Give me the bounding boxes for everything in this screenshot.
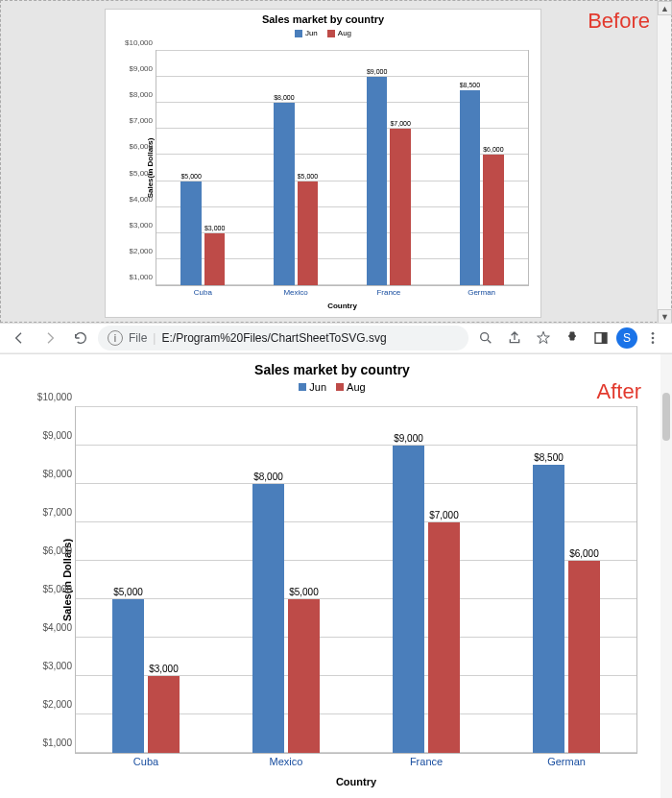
forward-button[interactable] — [36, 325, 63, 351]
gridline — [76, 445, 636, 446]
y-tick-label: $2,000 — [130, 246, 156, 254]
y-tick-label: $7,000 — [130, 116, 156, 125]
svg-rect-2 — [602, 333, 607, 344]
legend-swatch-icon — [295, 30, 302, 37]
bar: $5,000 — [180, 181, 201, 285]
y-tick-label: $4,000 — [130, 194, 156, 203]
star-icon — [536, 330, 551, 346]
scrollbar-thumb[interactable] — [662, 393, 670, 441]
data-label: $5,000 — [113, 587, 143, 599]
data-label: $6,000 — [483, 146, 503, 155]
toolbar-right: S — [472, 325, 666, 351]
data-label: $3,000 — [149, 664, 179, 676]
svg-point-4 — [652, 337, 655, 340]
address-bar[interactable]: i File | E:/Program%20Files/ChartSheetTo… — [98, 326, 468, 351]
legend-swatch-icon — [336, 383, 344, 391]
y-tick-label: $5,000 — [42, 584, 76, 594]
y-tick-label: $10,000 — [125, 38, 156, 47]
y-tick-label: $8,000 — [42, 469, 76, 479]
scroll-down-icon[interactable]: ▼ — [658, 309, 672, 324]
y-tick-label: $6,000 — [130, 142, 156, 151]
y-tick-label: $1,000 — [130, 273, 156, 281]
bar: $5,000 — [298, 181, 318, 285]
bar: $6,000 — [483, 155, 503, 285]
bar: $8,000 — [252, 484, 283, 753]
browser-toolbar: i File | E:/Program%20Files/ChartSheetTo… — [0, 323, 672, 353]
scrollbar-vertical[interactable] — [660, 354, 672, 798]
data-label: $3,000 — [204, 225, 225, 233]
data-label: $9,000 — [367, 68, 387, 77]
after-panel: After Sales market by country Jun Aug Sa… — [0, 353, 672, 798]
data-label: $5,000 — [180, 173, 201, 181]
x-tick-label: Cuba — [194, 285, 212, 297]
data-label: $8,000 — [274, 94, 294, 103]
x-tick-label: Cuba — [133, 753, 158, 767]
reload-button[interactable] — [67, 325, 94, 351]
share-button[interactable] — [501, 325, 528, 351]
bar: $9,000 — [367, 77, 387, 285]
legend-item-jun: Jun — [295, 29, 318, 37]
legend-item-aug: Aug — [327, 29, 351, 37]
data-label: $8,500 — [534, 452, 564, 465]
panel-icon — [593, 330, 609, 346]
data-label: $5,000 — [298, 173, 318, 181]
svg-point-5 — [652, 341, 655, 344]
gridline — [156, 76, 528, 77]
legend-swatch-icon — [327, 30, 335, 37]
chart-after: After Sales market by country Jun Aug Sa… — [12, 358, 653, 794]
bar: $8,000 — [274, 103, 294, 285]
svg-point-3 — [652, 332, 655, 335]
gridline — [156, 50, 528, 51]
legend-item-aug: Aug — [336, 381, 366, 393]
extensions-button[interactable] — [559, 325, 586, 351]
data-label: $7,000 — [429, 510, 459, 522]
bar: $5,000 — [112, 599, 143, 753]
y-tick-label: $8,000 — [130, 90, 156, 99]
svg-point-0 — [481, 333, 489, 341]
bar: $6,000 — [568, 561, 599, 753]
url-prefix: File — [129, 331, 147, 345]
legend-swatch-icon — [299, 383, 306, 391]
magnifier-icon — [478, 330, 493, 346]
scroll-up-icon[interactable]: ▲ — [658, 1, 672, 15]
url-pipe: | — [153, 331, 156, 345]
profile-avatar[interactable]: S — [616, 327, 637, 349]
y-tick-label: $2,000 — [42, 699, 76, 710]
bookmark-button[interactable] — [530, 325, 557, 351]
x-tick-label: Mexico — [283, 285, 307, 297]
plot-area: Sales(in Dollars) Country $1,000$2,000$3… — [75, 406, 637, 754]
panel-button[interactable] — [588, 325, 614, 351]
plot-area: Sales(in Dollars) Country $1,000$2,000$3… — [156, 50, 529, 286]
bar: $7,000 — [428, 522, 459, 753]
url-path: E:/Program%20Files/ChartSheetToSVG.svg — [161, 331, 386, 345]
chart-before: Sales market by country Jun Aug Sales(in… — [105, 9, 541, 318]
x-tick-label: Mexico — [270, 753, 303, 767]
info-icon[interactable]: i — [108, 330, 123, 346]
menu-button[interactable] — [639, 325, 666, 351]
bar: $3,000 — [148, 676, 179, 753]
legend-item-jun: Jun — [299, 381, 326, 393]
bar: $8,500 — [533, 465, 564, 753]
zoom-button[interactable] — [472, 325, 499, 351]
data-label: $8,500 — [460, 82, 480, 90]
y-tick-label: $9,000 — [130, 64, 156, 73]
data-label: $6,000 — [569, 548, 599, 561]
bar: $9,000 — [393, 446, 423, 753]
y-tick-label: $1,000 — [42, 738, 76, 748]
arrow-left-icon — [12, 330, 27, 346]
chart-title: Sales market by country — [12, 358, 653, 377]
bar: $8,500 — [460, 90, 480, 285]
y-tick-label: $5,000 — [130, 168, 156, 177]
data-label: $7,000 — [390, 120, 410, 129]
arrow-right-icon — [42, 330, 58, 346]
data-label: $9,000 — [394, 433, 423, 446]
x-axis-label: Country — [336, 776, 376, 787]
scrollbar-vertical[interactable]: ▲ ▼ — [657, 1, 671, 324]
share-icon — [507, 330, 522, 346]
y-tick-label: $7,000 — [42, 507, 76, 518]
back-button[interactable] — [6, 325, 33, 351]
x-tick-label: German — [547, 753, 586, 767]
x-tick-label: German — [468, 285, 495, 297]
chart-legend: Jun Aug — [12, 377, 653, 397]
y-tick-label: $10,000 — [37, 392, 76, 402]
